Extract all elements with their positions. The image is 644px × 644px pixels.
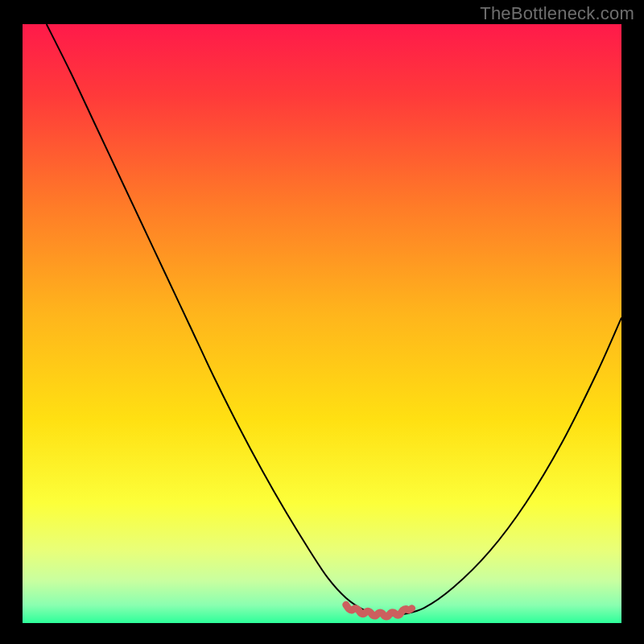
chart-frame: TheBottleneck.com: [0, 0, 644, 644]
gradient-background: [23, 24, 621, 623]
plot-area: [23, 24, 621, 623]
bottleneck-chart: [23, 24, 621, 623]
watermark-text: TheBottleneck.com: [480, 3, 634, 24]
